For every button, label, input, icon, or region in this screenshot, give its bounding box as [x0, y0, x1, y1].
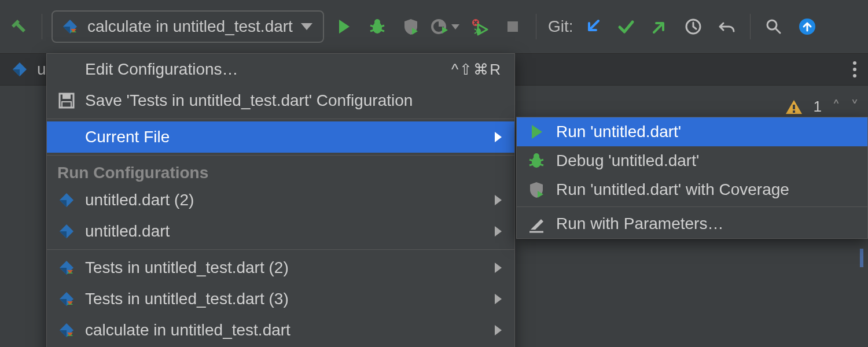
- run-configurations-header: Run Configurations: [47, 158, 514, 184]
- run-config-selector[interactable]: calculate in untitled_test.dart: [52, 10, 324, 43]
- save-configuration-item[interactable]: Save 'Tests in untitled_test.dart' Confi…: [47, 85, 514, 116]
- dart-test-icon: [57, 290, 76, 308]
- svg-line-24: [529, 160, 533, 161]
- menu-item-label: Current File: [85, 128, 170, 146]
- editor-tab-fragment[interactable]: u: [37, 60, 46, 79]
- rerun-failed-button[interactable]: [465, 13, 493, 40]
- run-config-item[interactable]: Tests in untitled_test.dart (3): [47, 283, 514, 315]
- sync-button[interactable]: [793, 13, 821, 40]
- svg-line-26: [529, 164, 533, 165]
- chevron-right-icon: [495, 195, 502, 205]
- current-file-item[interactable]: Current File: [47, 121, 514, 153]
- menu-item-label: Debug 'untitled.dart': [556, 152, 699, 170]
- run-config-popup: Edit Configurations… ^⇧⌘R Save 'Tests in…: [46, 53, 515, 347]
- edit-configurations-item[interactable]: Edit Configurations… ^⇧⌘R: [47, 54, 514, 85]
- menu-separator: [47, 119, 514, 119]
- main-toolbar: calculate in untitled_test.dart: [0, 0, 868, 53]
- dart-test-icon: [61, 17, 79, 36]
- dart-icon: [57, 191, 76, 209]
- dart-icon: [57, 222, 76, 241]
- svg-line-6: [381, 30, 384, 31]
- hammer-icon: [9, 17, 28, 36]
- git-push-button[interactable]: [646, 13, 674, 40]
- svg-line-3: [370, 25, 374, 27]
- git-update-button[interactable]: [579, 13, 606, 40]
- history-icon: [684, 17, 703, 36]
- svg-point-9: [476, 28, 481, 34]
- debug-button[interactable]: [363, 13, 391, 40]
- svg-point-23: [534, 153, 539, 159]
- menu-item-label: Run with Parameters…: [556, 215, 723, 233]
- coverage-current-file-item[interactable]: Run 'untitled.dart' with Coverage: [517, 175, 867, 204]
- dart-file-icon: [10, 60, 29, 79]
- run-config-item[interactable]: Tests in untitled_test.dart (2): [47, 252, 514, 283]
- run-button[interactable]: [330, 13, 358, 40]
- menu-item-label: Save 'Tests in untitled_test.dart' Confi…: [85, 91, 413, 110]
- upload-circle-icon: [798, 17, 816, 36]
- history-button[interactable]: [679, 13, 707, 40]
- debug-current-file-item[interactable]: Debug 'untitled.dart': [517, 146, 867, 175]
- svg-line-27: [540, 164, 543, 165]
- svg-line-5: [370, 30, 374, 31]
- warning-icon: [785, 98, 803, 116]
- inspection-widget[interactable]: 1 ˄ ˅: [785, 97, 859, 116]
- editor-actions: [853, 53, 868, 86]
- run-config-item[interactable]: untitled.dart: [47, 216, 514, 247]
- prev-highlight-button[interactable]: ˄: [832, 97, 840, 116]
- svg-rect-20: [62, 94, 71, 99]
- run-current-file-item[interactable]: Run 'untitled.dart': [517, 117, 867, 146]
- checkmark-icon: [617, 17, 635, 36]
- search-icon: [764, 17, 783, 36]
- chevron-right-icon: [495, 325, 502, 335]
- bug-icon: [527, 152, 546, 170]
- run-with-parameters-item[interactable]: Run with Parameters…: [517, 209, 867, 238]
- toolbar-separator: [536, 14, 536, 39]
- chevron-right-icon: [495, 226, 502, 237]
- menu-item-label: Tests in untitled_test.dart (2): [85, 259, 289, 277]
- chevron-down-icon: [451, 24, 459, 29]
- run-config-label: calculate in untitled_test.dart: [87, 17, 293, 36]
- svg-line-10: [475, 29, 476, 30]
- menu-item-label: Run 'untitled.dart': [556, 123, 681, 141]
- svg-rect-17: [793, 105, 795, 109]
- git-label: Git:: [548, 17, 573, 36]
- play-icon: [527, 123, 546, 141]
- dart-test-icon: [57, 321, 76, 339]
- kebab-menu-button[interactable]: [853, 61, 856, 77]
- toolbar-separator: [750, 14, 751, 39]
- next-highlight-button[interactable]: ˅: [851, 97, 859, 116]
- menu-separator: [47, 249, 514, 250]
- undo-icon: [718, 17, 736, 36]
- menu-item-label: untitled.dart: [85, 222, 170, 241]
- stop-button[interactable]: [499, 13, 527, 40]
- chevron-right-icon: [495, 263, 502, 273]
- menu-item-label: Tests in untitled_test.dart (3): [85, 290, 289, 308]
- search-button[interactable]: [760, 13, 788, 40]
- inspection-count: 1: [814, 98, 822, 116]
- git-commit-button[interactable]: [612, 13, 640, 40]
- run-config-item[interactable]: calculate in untitled_test.dart: [47, 315, 514, 346]
- arrow-down-left-icon: [583, 17, 602, 36]
- run-config-item[interactable]: untitled.dart (2): [47, 184, 514, 216]
- menu-item-label: calculate in untitled_test.dart: [85, 321, 290, 339]
- svg-line-15: [775, 28, 780, 33]
- toolbar-separator: [42, 14, 42, 39]
- svg-line-25: [540, 160, 543, 161]
- bug-icon: [368, 17, 387, 36]
- chevron-right-icon: [495, 132, 502, 142]
- stop-icon: [503, 17, 522, 36]
- save-icon: [57, 91, 76, 110]
- rerun-failed-icon: [470, 17, 488, 36]
- dart-test-icon: [57, 259, 76, 277]
- arrow-up-right-icon: [650, 17, 669, 36]
- profile-button[interactable]: [431, 13, 459, 40]
- keyboard-shortcut: ^⇧⌘R: [451, 61, 502, 79]
- coverage-button[interactable]: [397, 13, 425, 40]
- current-file-submenu: Run 'untitled.dart' Debug 'untitled.dart…: [516, 117, 868, 239]
- build-button[interactable]: [5, 13, 32, 40]
- chevron-right-icon: [495, 294, 502, 304]
- svg-rect-18: [793, 110, 795, 113]
- menu-item-label: untitled.dart (2): [85, 191, 194, 209]
- menu-item-label: Edit Configurations…: [85, 60, 238, 79]
- undo-button[interactable]: [713, 13, 741, 40]
